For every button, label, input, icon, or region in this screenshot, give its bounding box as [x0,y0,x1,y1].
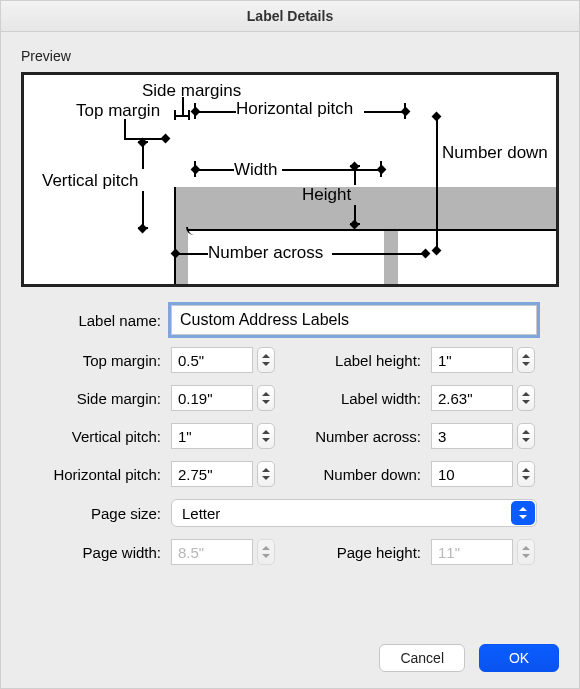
horizontal-pitch-label: Horizontal pitch: [21,466,171,483]
ok-button[interactable]: OK [479,644,559,672]
ann-horizontal-pitch: Horizontal pitch [236,99,353,119]
ann-width: Width [234,160,277,180]
label-width-label: Label width: [313,390,431,407]
label-width-input[interactable] [431,385,513,411]
number-down-stepper[interactable] [517,461,535,487]
vertical-pitch-stepper[interactable] [257,423,275,449]
label-width-stepper[interactable] [517,385,535,411]
page-height-stepper [517,539,535,565]
side-margin-input[interactable] [171,385,253,411]
page-size-value: Letter [182,505,220,522]
page-width-input [171,539,253,565]
ann-number-across: Number across [208,243,323,263]
label-height-label: Label height: [313,352,431,369]
vertical-pitch-label: Vertical pitch: [21,428,171,445]
ann-vertical-pitch: Vertical pitch [42,171,138,191]
label-height-input[interactable] [431,347,513,373]
number-across-label: Number across: [313,428,431,445]
horizontal-pitch-input[interactable] [171,461,253,487]
label-name-label: Label name: [21,312,171,329]
number-down-input[interactable] [431,461,513,487]
label-name-input[interactable] [171,305,537,335]
horizontal-pitch-stepper[interactable] [257,461,275,487]
page-size-label: Page size: [21,505,171,522]
dialog-footer: Cancel OK [379,644,559,672]
side-margin-label: Side margin: [21,390,171,407]
label-form: Label name: Top margin: Label height: Si… [21,305,559,565]
top-margin-label: Top margin: [21,352,171,369]
ann-number-down: Number down [442,143,548,163]
side-margin-stepper[interactable] [257,385,275,411]
page-size-select[interactable]: Letter [171,499,537,527]
label-details-dialog: Label Details Preview Side margins Top m… [0,0,580,689]
cancel-button[interactable]: Cancel [379,644,465,672]
number-across-stepper[interactable] [517,423,535,449]
page-width-stepper [257,539,275,565]
top-margin-stepper[interactable] [257,347,275,373]
top-margin-input[interactable] [171,347,253,373]
label-height-stepper[interactable] [517,347,535,373]
ann-side-margins: Side margins [142,81,241,101]
number-down-label: Number down: [313,466,431,483]
page-height-input [431,539,513,565]
label-preview-diagram: Side margins Top margin Horizontal pitch… [21,72,559,287]
page-height-label: Page height: [313,544,431,561]
preview-heading: Preview [21,48,559,64]
ann-height: Height [302,185,351,205]
select-chevrons-icon[interactable] [511,501,535,525]
ann-top-margin: Top margin [76,101,160,121]
vertical-pitch-input[interactable] [171,423,253,449]
number-across-input[interactable] [431,423,513,449]
page-width-label: Page width: [21,544,171,561]
dialog-title: Label Details [1,1,579,32]
